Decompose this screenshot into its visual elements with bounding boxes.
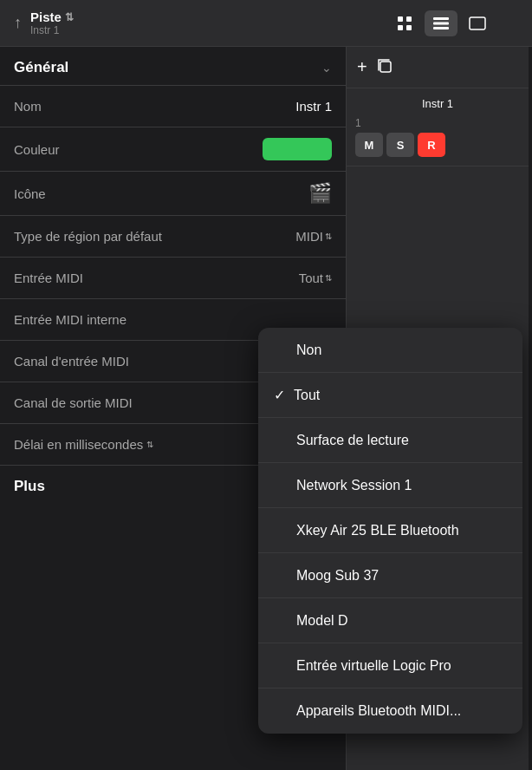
track-number: 1: [355, 117, 361, 129]
track-arrows-icon[interactable]: ⇅: [65, 11, 74, 23]
delai-ms-stepper-icon: ⇅: [146, 440, 153, 449]
type-region-row: Type de région par défaut MIDI ⇅: [0, 215, 346, 257]
canal-entree-midi-label: Canal d'entrée MIDI: [14, 354, 129, 369]
top-bar-left: ↑ Piste ⇅ Instr 1: [14, 10, 74, 36]
dropdown-item-model-d[interactable]: Model D: [258, 598, 522, 643]
type-region-label: Type de région par défaut: [14, 229, 162, 244]
track-info: Piste ⇅ Instr 1: [30, 10, 74, 36]
dropdown-non-label: Non: [274, 343, 321, 358]
track-subtitle: Instr 1: [30, 24, 74, 36]
svg-rect-7: [433, 27, 449, 29]
type-region-value[interactable]: MIDI ⇅: [295, 229, 332, 244]
dropdown-bluetooth-label: Appareils Bluetooth MIDI...: [274, 703, 461, 719]
dropdown-item-network-session[interactable]: Network Session 1: [258, 463, 522, 508]
dropdown-item-entree-virtuelle[interactable]: Entrée virtuelle Logic Pro: [258, 643, 522, 688]
nom-row: Nom Instr 1: [0, 85, 346, 127]
right-top-actions: +: [347, 47, 529, 88]
svg-rect-5: [433, 17, 449, 20]
right-toolbar: [350, 0, 532, 47]
track-title: Piste ⇅: [30, 10, 74, 24]
couleur-row: Couleur: [0, 127, 346, 171]
svg-rect-6: [433, 22, 449, 24]
general-section-title: Général: [14, 59, 68, 76]
track-title-text: Piste: [30, 10, 62, 24]
dropdown-moog-label: Moog Sub 37: [274, 568, 379, 584]
nom-value[interactable]: Instr 1: [295, 99, 332, 114]
copy-track-button[interactable]: [376, 57, 393, 78]
dropdown-item-bluetooth[interactable]: Appareils Bluetooth MIDI...: [258, 688, 522, 734]
delai-ms-label: Délai en millisecondes ⇅: [14, 437, 153, 452]
dropdown-item-tout[interactable]: ✓ Tout: [258, 373, 522, 418]
entree-midi-value[interactable]: Tout ⇅: [299, 271, 332, 285]
general-section-header[interactable]: Général ⌄: [0, 47, 346, 85]
checkmark-icon: ✓: [274, 387, 285, 403]
dropdown-entree-virtuelle-label: Entrée virtuelle Logic Pro: [274, 658, 451, 674]
plus-title: Plus: [14, 478, 45, 494]
dropdown-item-moog[interactable]: Moog Sub 37: [258, 553, 522, 598]
list-view-button[interactable]: [425, 10, 457, 36]
midi-input-dropdown: Non ✓ Tout Surface de lecture Network Se…: [258, 328, 522, 734]
icone-preview[interactable]: 🎬: [308, 182, 332, 205]
track-name-right: Instr 1: [422, 97, 453, 110]
add-track-button[interactable]: +: [357, 57, 367, 77]
svg-rect-1: [398, 16, 403, 22]
canal-sortie-midi-label: Canal de sortie MIDI: [14, 395, 133, 410]
dropdown-xkey-label: Xkey Air 25 BLE Bluetooth: [274, 523, 459, 538]
dropdown-item-non[interactable]: Non: [258, 328, 522, 373]
dropdown-network-session-label: Network Session 1: [274, 478, 412, 493]
type-region-stepper-icon: ⇅: [325, 232, 332, 241]
dropdown-item-xkey[interactable]: Xkey Air 25 BLE Bluetooth: [258, 508, 522, 553]
icone-label: Icône: [14, 186, 46, 201]
record-button[interactable]: R: [418, 133, 445, 157]
entree-midi-label: Entrée MIDI: [14, 271, 83, 285]
svg-rect-2: [406, 16, 412, 22]
svg-rect-3: [398, 25, 403, 30]
svg-rect-9: [380, 62, 391, 72]
dropdown-item-surface-lecture[interactable]: Surface de lecture: [258, 418, 522, 463]
grid-view-button[interactable]: [388, 10, 421, 36]
solo-button[interactable]: S: [386, 133, 414, 157]
nom-label: Nom: [14, 99, 42, 114]
track-header-right: Instr 1 1 M S R: [347, 88, 529, 166]
icone-row: Icône 🎬: [0, 171, 346, 215]
dropdown-model-d-label: Model D: [274, 613, 348, 629]
general-chevron-icon: ⌄: [321, 61, 332, 75]
svg-rect-8: [470, 17, 485, 29]
msr-buttons: M S R: [355, 133, 445, 157]
svg-rect-4: [406, 25, 412, 30]
mute-button[interactable]: M: [355, 133, 383, 157]
entree-midi-stepper-icon: ⇅: [325, 273, 332, 283]
color-swatch[interactable]: [263, 138, 332, 160]
window-view-button[interactable]: [461, 10, 494, 36]
dropdown-surface-lecture-label: Surface de lecture: [274, 433, 409, 448]
back-arrow-icon[interactable]: ↑: [14, 14, 22, 32]
entree-midi-row: Entrée MIDI Tout ⇅: [0, 257, 346, 298]
dropdown-tout-label: Tout: [294, 388, 320, 403]
entree-midi-interne-label: Entrée MIDI interne: [14, 312, 127, 327]
couleur-label: Couleur: [14, 142, 60, 157]
